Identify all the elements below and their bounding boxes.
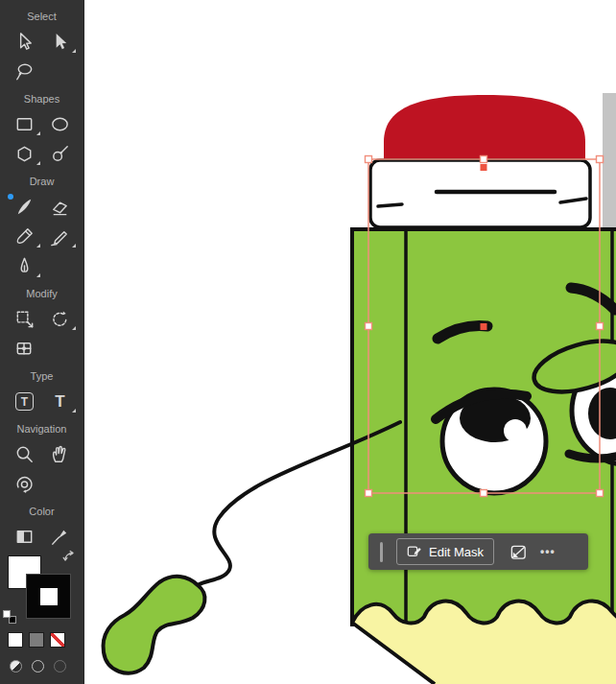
stroke-chip-hole	[40, 588, 58, 605]
hexagon-icon	[13, 143, 36, 165]
rotate-view-icon	[13, 473, 36, 495]
pen-tool[interactable]	[7, 252, 42, 280]
selection-handle-top-middle[interactable]	[481, 156, 487, 163]
pasteboard-corner	[603, 93, 616, 228]
stage-canvas[interactable]: Edit Mask •••	[84, 0, 616, 684]
eraser-tool[interactable]	[42, 193, 78, 221]
hand	[104, 577, 205, 673]
rotate-tool[interactable]	[42, 305, 78, 333]
text-alt-icon: T	[55, 392, 64, 412]
fluid-brush-icon	[13, 196, 36, 218]
edit-mask-label: Edit Mask	[429, 545, 484, 559]
section-label-navigation: Navigation	[0, 416, 83, 439]
swatch-white[interactable]	[8, 632, 23, 648]
free-transform-tool[interactable]	[7, 305, 42, 333]
selection-handle-bottom-right[interactable]	[597, 490, 604, 497]
rectangle-tool[interactable]	[7, 110, 42, 138]
new-tool-badge	[8, 194, 13, 200]
free-transform-icon	[13, 308, 36, 330]
hand-tool[interactable]	[42, 440, 78, 468]
selection-tool[interactable]	[7, 28, 42, 56]
pencil-icon	[49, 225, 71, 248]
rotate-view-tool[interactable]	[7, 470, 42, 498]
quick-swatches	[0, 625, 83, 648]
pencil-character[interactable]	[104, 95, 616, 684]
left-eye-shine	[504, 419, 527, 442]
magnifier-icon	[13, 443, 36, 465]
section-label-shapes: Shapes	[0, 86, 83, 109]
swatch-gray[interactable]	[29, 632, 44, 648]
polystar-tool[interactable]	[7, 140, 42, 168]
subselection-cursor-icon	[49, 31, 71, 53]
color-mode-buttons	[0, 648, 83, 672]
brush-icon	[13, 225, 36, 248]
oval-tool[interactable]	[42, 110, 78, 138]
pen-nib-icon	[13, 255, 36, 277]
artwork	[84, 0, 616, 684]
classic-brush-tool[interactable]	[7, 223, 42, 250]
warp-mesh-icon	[13, 338, 36, 360]
eyedropper-tool[interactable]	[42, 523, 78, 551]
oval-primitive-tool[interactable]	[42, 140, 78, 168]
selection-handle-mid-left[interactable]	[366, 323, 372, 330]
section-label-draw: Draw	[0, 169, 83, 192]
circle-outline-dim-icon[interactable]	[54, 660, 66, 672]
toolbar-drag-handle[interactable]	[380, 542, 383, 562]
section-label-type: Type	[0, 364, 83, 387]
swatch-no-color[interactable]	[50, 632, 65, 648]
rotate-arrow-icon	[49, 308, 71, 330]
selection-handle-top-left[interactable]	[366, 156, 372, 163]
selection-handle-bottom-middle[interactable]	[481, 490, 487, 497]
selection-handle-top-right[interactable]	[597, 156, 604, 163]
eraser-icon	[49, 196, 71, 218]
lasso-icon	[13, 60, 36, 83]
edit-mask-toolbar: Edit Mask •••	[368, 533, 588, 570]
selection-handle-mid-right[interactable]	[597, 323, 604, 330]
stroke-color-chip[interactable]	[26, 574, 71, 619]
hand-icon	[49, 443, 71, 465]
eraser-top	[384, 95, 585, 165]
tools-sidebar: Select Shapes	[0, 0, 84, 684]
default-colors-icon[interactable]	[3, 610, 16, 624]
section-label-select: Select	[0, 4, 83, 27]
text-tool-icon: T	[15, 392, 34, 411]
section-label-color: Color	[0, 499, 83, 522]
oval-pen-icon	[49, 143, 71, 165]
selection-handle-bottom-left[interactable]	[366, 490, 372, 497]
oval-icon	[49, 113, 71, 135]
selection-origin-point[interactable]	[481, 164, 487, 171]
circle-outline-icon[interactable]	[32, 660, 44, 672]
default-white-square	[3, 610, 11, 618]
selection-cursor-icon	[13, 31, 36, 53]
subselection-tool[interactable]	[42, 28, 78, 56]
gradient-transform-tool[interactable]	[7, 523, 42, 551]
section-label-modify: Modify	[0, 281, 83, 304]
gradient-swatch-icon	[13, 526, 36, 548]
pencil-tool[interactable]	[42, 223, 78, 250]
contrast-circle-icon[interactable]	[10, 660, 22, 672]
asset-warp-tool[interactable]	[7, 335, 42, 363]
lasso-tool[interactable]	[7, 58, 42, 85]
fill-stroke-controls	[0, 552, 83, 625]
fluid-brush-tool[interactable]	[7, 193, 42, 221]
mask-disabled-icon[interactable]	[509, 543, 528, 561]
edit-mask-button[interactable]: Edit Mask	[396, 538, 494, 565]
mouth-curve	[569, 454, 616, 459]
rectangle-icon	[13, 113, 36, 135]
ferrule-line-left	[378, 204, 402, 206]
text-tool[interactable]: T	[7, 388, 42, 415]
overflow-icon[interactable]: •••	[540, 545, 556, 558]
selection-center-point[interactable]	[481, 323, 487, 330]
zoom-tool[interactable]	[7, 440, 42, 468]
swap-colors-icon[interactable]	[62, 550, 78, 565]
text-tool-alt[interactable]: T	[42, 388, 78, 415]
eyedropper-icon	[49, 526, 71, 548]
edit-mask-icon	[407, 544, 422, 559]
